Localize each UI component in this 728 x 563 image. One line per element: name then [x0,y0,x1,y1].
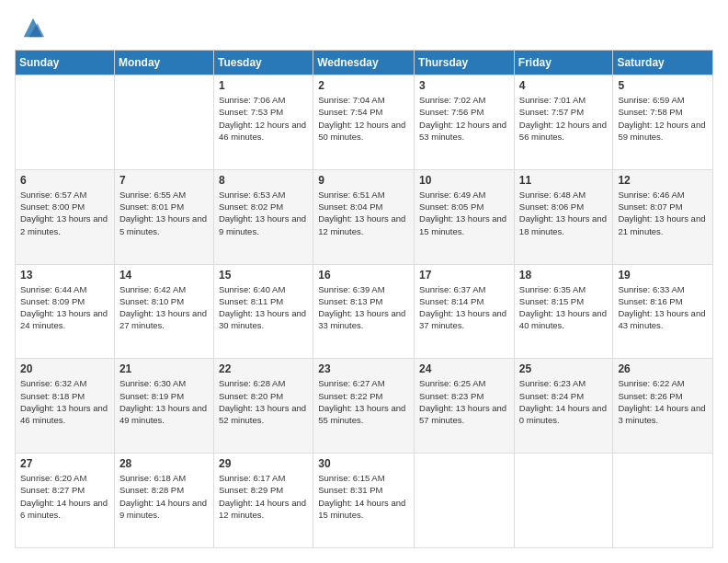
day-number: 30 [318,457,409,470]
calendar-cell: 6Sunrise: 6:57 AMSunset: 8:00 PMDaylight… [16,169,115,264]
calendar-cell: 25Sunrise: 6:23 AMSunset: 8:24 PMDayligh… [514,359,613,454]
header-cell-friday: Friday [514,51,613,75]
day-detail: Sunrise: 6:35 AMSunset: 8:15 PMDaylight:… [519,283,609,332]
calendar-cell: 9Sunrise: 6:51 AMSunset: 8:04 PMDaylight… [313,169,415,264]
day-detail: Sunrise: 6:49 AMSunset: 8:05 PMDaylight:… [419,189,509,237]
day-number: 15 [219,269,308,282]
day-number: 1 [219,79,308,92]
day-number: 4 [519,79,609,92]
day-detail: Sunrise: 7:04 AMSunset: 7:54 PMDaylight:… [318,94,409,143]
calendar-cell: 12Sunrise: 6:46 AMSunset: 8:07 PMDayligh… [613,169,713,264]
calendar-body: 1Sunrise: 7:06 AMSunset: 7:53 PMDaylight… [16,75,713,548]
calendar-week-2: 13Sunrise: 6:44 AMSunset: 8:09 PMDayligh… [16,264,713,359]
day-detail: Sunrise: 6:40 AMSunset: 8:11 PMDaylight:… [219,283,308,332]
day-number: 18 [519,269,609,282]
calendar-cell: 24Sunrise: 6:25 AMSunset: 8:23 PMDayligh… [415,359,515,454]
day-detail: Sunrise: 6:37 AMSunset: 8:14 PMDaylight:… [419,283,509,332]
day-detail: Sunrise: 6:59 AMSunset: 7:58 PMDaylight:… [618,94,708,143]
day-detail: Sunrise: 6:33 AMSunset: 8:16 PMDaylight:… [618,283,708,332]
day-detail: Sunrise: 6:48 AMSunset: 8:06 PMDaylight:… [519,189,609,237]
day-number: 17 [419,269,509,282]
day-number: 11 [519,174,609,187]
calendar-cell [16,75,115,170]
day-number: 26 [618,362,708,375]
day-detail: Sunrise: 6:46 AMSunset: 8:07 PMDaylight:… [618,189,708,237]
day-number: 14 [119,269,209,282]
day-number: 3 [419,79,509,92]
calendar-cell [114,75,213,170]
calendar-cell: 3Sunrise: 7:02 AMSunset: 7:56 PMDaylight… [415,75,515,170]
day-detail: Sunrise: 6:27 AMSunset: 8:22 PMDaylight:… [318,377,409,426]
calendar-cell: 4Sunrise: 7:01 AMSunset: 7:57 PMDaylight… [514,75,613,170]
day-number: 9 [318,174,409,187]
day-detail: Sunrise: 6:25 AMSunset: 8:23 PMDaylight:… [419,377,509,426]
logo-icon [20,15,46,40]
day-detail: Sunrise: 6:23 AMSunset: 8:24 PMDaylight:… [519,377,609,426]
day-detail: Sunrise: 6:44 AMSunset: 8:09 PMDaylight:… [20,283,109,332]
day-detail: Sunrise: 6:30 AMSunset: 8:19 PMDaylight:… [119,377,209,426]
day-detail: Sunrise: 6:42 AMSunset: 8:10 PMDaylight:… [119,283,209,332]
calendar-cell: 2Sunrise: 7:04 AMSunset: 7:54 PMDaylight… [313,75,415,170]
header-cell-saturday: Saturday [613,51,713,75]
calendar-cell: 29Sunrise: 6:17 AMSunset: 8:29 PMDayligh… [213,454,313,548]
day-detail: Sunrise: 7:06 AMSunset: 7:53 PMDaylight:… [219,94,308,143]
calendar-cell: 5Sunrise: 6:59 AMSunset: 7:58 PMDaylight… [613,75,713,170]
day-number: 10 [419,174,509,187]
header [15,15,713,40]
header-cell-monday: Monday [114,51,213,75]
day-number: 16 [318,269,409,282]
calendar-cell [514,454,613,548]
header-row: SundayMondayTuesdayWednesdayThursdayFrid… [16,51,713,75]
calendar-cell [415,454,515,548]
calendar-cell: 18Sunrise: 6:35 AMSunset: 8:15 PMDayligh… [514,264,613,359]
calendar-cell: 22Sunrise: 6:28 AMSunset: 8:20 PMDayligh… [213,359,313,454]
calendar-cell: 21Sunrise: 6:30 AMSunset: 8:19 PMDayligh… [114,359,213,454]
day-detail: Sunrise: 7:01 AMSunset: 7:57 PMDaylight:… [519,94,609,143]
day-number: 29 [219,457,308,470]
day-detail: Sunrise: 7:02 AMSunset: 7:56 PMDaylight:… [419,94,509,143]
header-cell-sunday: Sunday [16,51,115,75]
calendar-cell: 8Sunrise: 6:53 AMSunset: 8:02 PMDaylight… [213,169,313,264]
day-number: 25 [519,362,609,375]
day-detail: Sunrise: 6:53 AMSunset: 8:02 PMDaylight:… [219,189,308,237]
day-number: 21 [119,362,209,375]
calendar-cell: 27Sunrise: 6:20 AMSunset: 8:27 PMDayligh… [16,454,115,548]
day-number: 19 [618,269,708,282]
header-cell-thursday: Thursday [415,51,515,75]
calendar-week-1: 6Sunrise: 6:57 AMSunset: 8:00 PMDaylight… [16,169,713,264]
calendar-cell: 23Sunrise: 6:27 AMSunset: 8:22 PMDayligh… [313,359,415,454]
day-number: 20 [20,362,109,375]
day-detail: Sunrise: 6:51 AMSunset: 8:04 PMDaylight:… [318,189,409,237]
calendar-cell [613,454,713,548]
day-number: 6 [20,174,109,187]
page: SundayMondayTuesdayWednesdayThursdayFrid… [0,0,728,563]
header-cell-tuesday: Tuesday [213,51,313,75]
day-detail: Sunrise: 6:22 AMSunset: 8:26 PMDaylight:… [618,377,708,426]
calendar-cell: 16Sunrise: 6:39 AMSunset: 8:13 PMDayligh… [313,264,415,359]
logo [15,15,46,40]
calendar-cell: 17Sunrise: 6:37 AMSunset: 8:14 PMDayligh… [415,264,515,359]
calendar-cell: 11Sunrise: 6:48 AMSunset: 8:06 PMDayligh… [514,169,613,264]
calendar-table: SundayMondayTuesdayWednesdayThursdayFrid… [15,50,713,548]
calendar-cell: 7Sunrise: 6:55 AMSunset: 8:01 PMDaylight… [114,169,213,264]
day-number: 28 [119,457,209,470]
day-detail: Sunrise: 6:32 AMSunset: 8:18 PMDaylight:… [20,377,109,426]
day-number: 27 [20,457,109,470]
calendar-cell: 1Sunrise: 7:06 AMSunset: 7:53 PMDaylight… [213,75,313,170]
day-number: 8 [219,174,308,187]
calendar-cell: 30Sunrise: 6:15 AMSunset: 8:31 PMDayligh… [313,454,415,548]
day-detail: Sunrise: 6:55 AMSunset: 8:01 PMDaylight:… [119,189,209,237]
day-number: 23 [318,362,409,375]
day-detail: Sunrise: 6:15 AMSunset: 8:31 PMDaylight:… [318,472,409,521]
day-detail: Sunrise: 6:18 AMSunset: 8:28 PMDaylight:… [119,472,209,521]
day-number: 5 [618,79,708,92]
calendar-cell: 15Sunrise: 6:40 AMSunset: 8:11 PMDayligh… [213,264,313,359]
header-cell-wednesday: Wednesday [313,51,415,75]
day-number: 24 [419,362,509,375]
calendar-cell: 19Sunrise: 6:33 AMSunset: 8:16 PMDayligh… [613,264,713,359]
calendar-week-0: 1Sunrise: 7:06 AMSunset: 7:53 PMDaylight… [16,75,713,170]
day-detail: Sunrise: 6:39 AMSunset: 8:13 PMDaylight:… [318,283,409,332]
day-number: 12 [618,174,708,187]
calendar-cell: 20Sunrise: 6:32 AMSunset: 8:18 PMDayligh… [16,359,115,454]
calendar-cell: 26Sunrise: 6:22 AMSunset: 8:26 PMDayligh… [613,359,713,454]
